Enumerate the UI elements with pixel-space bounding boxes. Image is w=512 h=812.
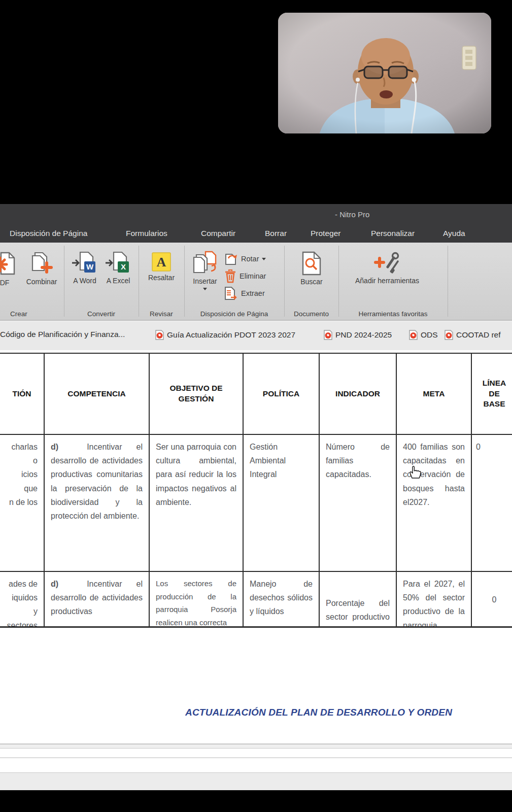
col-header-objetivo: OBJETIVO DE GESTIÓN	[150, 354, 244, 435]
status-bar: 31 DE 119	[0, 772, 512, 790]
pdf-file-icon	[409, 330, 418, 340]
menu-disposicion[interactable]: Disposición de Página	[10, 229, 87, 238]
dropdown-caret-icon	[203, 288, 207, 290]
group-separator	[448, 246, 448, 317]
screen-share-view: - Nitro Pro Disposición de Página Formul…	[0, 0, 512, 812]
svg-text:A: A	[157, 255, 166, 269]
webcam-video	[278, 13, 491, 133]
cell-gestion: ades de iquidos y sectores a.	[0, 572, 45, 628]
group-separator	[184, 246, 185, 317]
cell-linea-base: 0	[472, 572, 512, 628]
search-document-icon	[301, 251, 322, 276]
cell-meta: Para el 2027, el 50% del sector producti…	[397, 572, 472, 628]
group-separator	[338, 246, 339, 317]
cell-gestion: charlas o icios que n de los	[0, 435, 45, 572]
extraer-label: Extraer	[241, 289, 265, 297]
to-excel-icon: X	[105, 251, 132, 275]
ribbon-toolbar: DF Combinar W A Word	[0, 243, 512, 321]
group-label-documento: Documento	[284, 310, 338, 318]
create-pdf-button[interactable]: DF	[0, 251, 16, 292]
svg-text:W: W	[86, 262, 94, 271]
create-pdf-icon	[0, 251, 16, 277]
group-label-convertir: Convertir	[64, 310, 139, 318]
tab-codigo-planificacion[interactable]: Código de Planificación y Finanza...	[0, 330, 125, 339]
insertar-label: Insertar	[193, 277, 217, 285]
extraer-button[interactable]: Extraer	[224, 286, 265, 300]
tab-label: Guía Actualización PDOT 2023 2027	[167, 330, 295, 340]
window-title: - Nitro Pro	[335, 210, 416, 219]
resaltar-button[interactable]: A Resaltar	[143, 252, 180, 283]
col-header-meta: META	[397, 354, 472, 435]
col-header-competencia: COMPETENCIA	[45, 354, 150, 435]
menu-personalizar[interactable]: Personalizar	[371, 229, 415, 238]
tab-pnd[interactable]: PND 2024-2025	[324, 330, 392, 340]
group-separator	[64, 246, 64, 317]
cell-objetivo: Los sectores de producción de la parroqu…	[150, 572, 244, 628]
col-header-gestion: TIÓN	[0, 354, 45, 435]
eliminar-button[interactable]: Eliminar	[224, 269, 266, 283]
to-excel-label: A Excel	[107, 277, 130, 285]
cell-meta: 400 familias son capacitadas en conserva…	[397, 435, 472, 572]
cell-objetivo: Ser una parroquia con cultura ambiental,…	[150, 435, 244, 572]
insert-pages-icon	[192, 251, 218, 275]
anadir-herramientas-button[interactable]: Añadir herramientas	[354, 251, 421, 286]
col-header-politica: POLÍTICA	[244, 354, 320, 435]
buscar-button[interactable]: Buscar	[293, 251, 330, 287]
menu-proteger[interactable]: Proteger	[311, 229, 340, 238]
dropdown-caret-icon	[262, 258, 266, 260]
group-separator	[139, 246, 139, 317]
page-separator	[0, 743, 512, 749]
table-clip-edge	[0, 626, 512, 628]
col-header-linea-base: LÍNEA DE BASE	[472, 354, 512, 435]
menu-compartir[interactable]: Compartir	[201, 229, 235, 238]
create-pdf-label: DF	[0, 279, 9, 287]
cell-linea-base: 0	[472, 435, 512, 572]
combinar-button[interactable]: Combinar	[20, 251, 63, 287]
tab-guia-pdot[interactable]: Guía Actualización PDOT 2023 2027	[155, 330, 295, 340]
to-word-icon: W	[71, 251, 98, 275]
to-word-label: A Word	[73, 277, 96, 285]
extract-pages-icon	[224, 286, 238, 300]
menu-ayuda[interactable]: Ayuda	[443, 229, 465, 238]
pdf-file-icon	[445, 330, 453, 340]
resaltar-label: Resaltar	[148, 274, 175, 282]
pdot-table: TIÓN COMPETENCIA OBJETIVO DE GESTIÓN POL…	[0, 353, 512, 628]
trash-icon	[224, 269, 236, 283]
tab-cootad[interactable]: COOTAD ref	[445, 330, 501, 340]
menu-borrar[interactable]: Borrar	[265, 229, 287, 238]
cell-indicador: Número de familias capacitadas.	[320, 435, 397, 572]
rotar-button[interactable]: Rotar	[224, 252, 266, 266]
col-header-indicador: INDICADOR	[320, 354, 397, 435]
svg-text:X: X	[121, 262, 126, 271]
buscar-label: Buscar	[300, 278, 323, 286]
document-tab-bar: Código de Planificación y Finanza... Guí…	[0, 321, 512, 350]
menu-formularios[interactable]: Formularios	[126, 229, 167, 238]
presenter-illustration	[278, 13, 491, 133]
combinar-label: Combinar	[26, 278, 57, 286]
highlight-icon: A	[152, 252, 171, 272]
tab-label: ODS	[421, 330, 438, 340]
cell-politica: Manejo de desechos sólidos y líquidos	[244, 572, 320, 628]
anadir-herramientas-label: Añadir herramientas	[355, 277, 419, 285]
tab-label: COOTAD ref	[456, 330, 501, 340]
cell-competencia: d) Incentivar el desarrollo de actividad…	[45, 572, 150, 628]
cell-competencia: d) Incentivar el desarrollo de actividad…	[45, 435, 150, 572]
eliminar-label: Eliminar	[240, 272, 266, 280]
hand-cursor-icon	[408, 465, 421, 479]
combine-pages-icon	[30, 251, 53, 276]
group-separator	[284, 246, 285, 317]
group-label-disposicion: Disposición de Página	[184, 310, 284, 318]
to-excel-button[interactable]: X A Excel	[103, 251, 134, 286]
cell-indicador: Porcentaje del sector productivo con	[320, 572, 397, 628]
page-separator-line	[0, 757, 512, 758]
group-label-crear: Crear	[0, 310, 38, 318]
insertar-button[interactable]: Insertar	[188, 251, 222, 290]
rotar-label: Rotar	[241, 255, 259, 263]
menu-bar: Disposición de Página Formularios Compar…	[0, 226, 512, 243]
pdf-file-icon	[324, 330, 332, 340]
tab-label: PND 2024-2025	[335, 330, 392, 340]
tab-ods[interactable]: ODS	[409, 330, 438, 340]
to-word-button[interactable]: W A Word	[69, 251, 100, 286]
window-title-bar: - Nitro Pro	[0, 204, 512, 226]
group-label-revisar: Revisar	[139, 310, 184, 318]
